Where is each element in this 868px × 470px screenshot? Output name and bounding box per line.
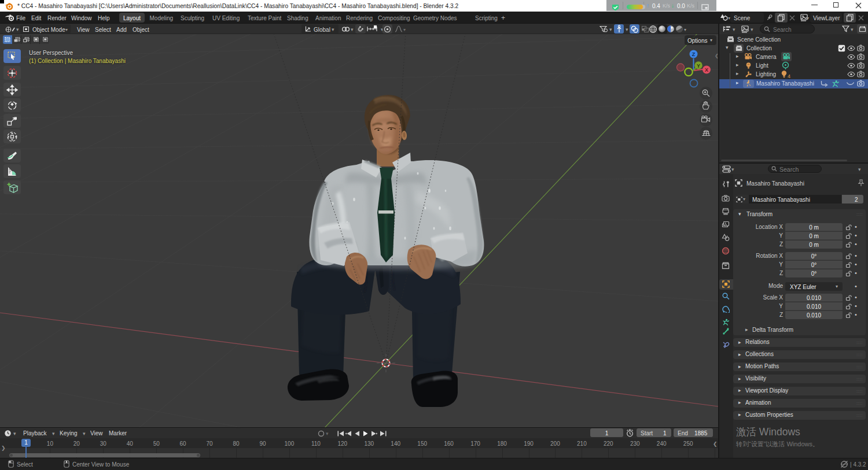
svg-text:Y: Y bbox=[697, 63, 700, 69]
svg-text:X: X bbox=[705, 67, 708, 73]
svg-text:Z: Z bbox=[692, 51, 696, 57]
